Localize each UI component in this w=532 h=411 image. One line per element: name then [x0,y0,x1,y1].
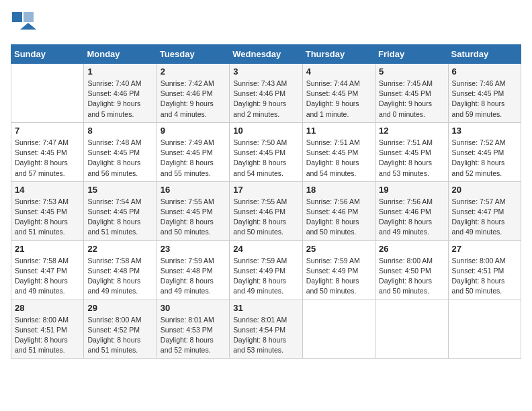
calendar-week-1: 1Sunrise: 7:40 AM Sunset: 4:46 PM Daylig… [11,64,521,123]
cell-info: Sunrise: 7:56 AM Sunset: 4:46 PM Dayligh… [306,197,371,238]
cell-info: Sunrise: 7:58 AM Sunset: 4:48 PM Dayligh… [87,256,152,297]
cell-date: 20 [452,185,517,195]
cell-date: 10 [233,126,298,136]
cell-info: Sunrise: 7:48 AM Sunset: 4:45 PM Dayligh… [87,138,152,179]
calendar-week-2: 7Sunrise: 7:47 AM Sunset: 4:45 PM Daylig… [11,122,521,181]
cell-info: Sunrise: 8:01 AM Sunset: 4:54 PM Dayligh… [233,315,298,356]
cell-info: Sunrise: 7:56 AM Sunset: 4:46 PM Dayligh… [379,197,444,238]
calendar-cell [448,300,521,359]
calendar-week-5: 28Sunrise: 8:00 AM Sunset: 4:51 PM Dayli… [11,300,521,359]
cell-info: Sunrise: 7:45 AM Sunset: 4:45 PM Dayligh… [379,79,444,120]
logo [11,11,36,36]
calendar-cell: 14Sunrise: 7:53 AM Sunset: 4:45 PM Dayli… [11,181,84,240]
weekday-header-saturday: Saturday [448,45,521,64]
svg-rect-0 [12,12,22,22]
cell-info: Sunrise: 8:00 AM Sunset: 4:51 PM Dayligh… [452,256,517,297]
calendar-cell: 20Sunrise: 7:57 AM Sunset: 4:47 PM Dayli… [448,181,521,240]
calendar-cell: 30Sunrise: 8:01 AM Sunset: 4:53 PM Dayli… [157,300,229,359]
cell-info: Sunrise: 7:49 AM Sunset: 4:45 PM Dayligh… [161,138,226,179]
weekday-header-wednesday: Wednesday [230,45,302,64]
calendar-cell: 27Sunrise: 8:00 AM Sunset: 4:51 PM Dayli… [448,240,521,300]
cell-date: 31 [233,303,298,313]
cell-date: 26 [379,244,444,254]
calendar-cell: 11Sunrise: 7:51 AM Sunset: 4:45 PM Dayli… [302,122,375,181]
cell-info: Sunrise: 7:55 AM Sunset: 4:46 PM Dayligh… [233,197,298,238]
svg-rect-1 [24,12,34,22]
logo-icon [11,11,36,36]
cell-date: 23 [161,244,226,254]
weekday-header-friday: Friday [375,45,448,64]
calendar-cell: 18Sunrise: 7:56 AM Sunset: 4:46 PM Dayli… [302,181,375,240]
calendar-cell: 15Sunrise: 7:54 AM Sunset: 4:45 PM Dayli… [84,181,157,240]
cell-date: 19 [379,185,444,195]
calendar-cell: 24Sunrise: 7:59 AM Sunset: 4:49 PM Dayli… [230,240,302,300]
cell-info: Sunrise: 8:00 AM Sunset: 4:51 PM Dayligh… [15,315,80,356]
cell-info: Sunrise: 8:00 AM Sunset: 4:50 PM Dayligh… [379,256,444,297]
weekday-header-row: SundayMondayTuesdayWednesdayThursdayFrid… [11,45,521,64]
cell-info: Sunrise: 7:51 AM Sunset: 4:45 PM Dayligh… [379,138,444,179]
cell-date: 6 [452,66,517,77]
calendar-cell: 22Sunrise: 7:58 AM Sunset: 4:48 PM Dayli… [84,240,157,300]
calendar-cell: 13Sunrise: 7:52 AM Sunset: 4:45 PM Dayli… [448,122,521,181]
cell-info: Sunrise: 7:58 AM Sunset: 4:47 PM Dayligh… [15,256,80,297]
cell-info: Sunrise: 7:54 AM Sunset: 4:45 PM Dayligh… [87,197,152,238]
cell-date: 2 [161,66,226,77]
cell-date: 13 [452,126,517,136]
cell-date: 9 [161,126,226,136]
cell-date: 1 [87,66,152,77]
cell-info: Sunrise: 7:59 AM Sunset: 4:49 PM Dayligh… [233,256,298,297]
cell-info: Sunrise: 7:59 AM Sunset: 4:48 PM Dayligh… [161,256,226,297]
cell-info: Sunrise: 7:42 AM Sunset: 4:46 PM Dayligh… [161,79,226,120]
calendar-cell [11,64,84,123]
calendar-cell: 4Sunrise: 7:44 AM Sunset: 4:45 PM Daylig… [302,64,375,123]
weekday-header-tuesday: Tuesday [157,45,229,64]
cell-date: 24 [233,244,298,254]
calendar-cell: 17Sunrise: 7:55 AM Sunset: 4:46 PM Dayli… [230,181,302,240]
cell-date: 5 [379,66,444,77]
cell-date: 4 [306,66,371,77]
cell-info: Sunrise: 7:50 AM Sunset: 4:45 PM Dayligh… [233,138,298,179]
cell-info: Sunrise: 7:44 AM Sunset: 4:45 PM Dayligh… [306,79,371,120]
cell-date: 21 [15,244,80,254]
calendar-cell: 21Sunrise: 7:58 AM Sunset: 4:47 PM Dayli… [11,240,84,300]
calendar-cell: 9Sunrise: 7:49 AM Sunset: 4:45 PM Daylig… [157,122,229,181]
cell-date: 7 [15,126,80,136]
weekday-header-sunday: Sunday [11,45,84,64]
cell-date: 17 [233,185,298,195]
calendar-cell [302,300,375,359]
svg-marker-2 [20,23,36,30]
calendar-cell: 7Sunrise: 7:47 AM Sunset: 4:45 PM Daylig… [11,122,84,181]
cell-info: Sunrise: 7:55 AM Sunset: 4:45 PM Dayligh… [161,197,226,238]
weekday-header-thursday: Thursday [302,45,375,64]
calendar-cell: 28Sunrise: 8:00 AM Sunset: 4:51 PM Dayli… [11,300,84,359]
cell-info: Sunrise: 7:57 AM Sunset: 4:47 PM Dayligh… [452,197,517,238]
calendar-cell: 19Sunrise: 7:56 AM Sunset: 4:46 PM Dayli… [375,181,448,240]
cell-date: 15 [87,185,152,195]
cell-date: 12 [379,126,444,136]
calendar-cell: 16Sunrise: 7:55 AM Sunset: 4:45 PM Dayli… [157,181,229,240]
calendar-cell [375,300,448,359]
calendar-table: SundayMondayTuesdayWednesdayThursdayFrid… [11,44,521,359]
calendar-cell: 12Sunrise: 7:51 AM Sunset: 4:45 PM Dayli… [375,122,448,181]
cell-info: Sunrise: 7:51 AM Sunset: 4:45 PM Dayligh… [306,138,371,179]
calendar-cell: 2Sunrise: 7:42 AM Sunset: 4:46 PM Daylig… [157,64,229,123]
cell-info: Sunrise: 8:01 AM Sunset: 4:53 PM Dayligh… [161,315,226,356]
cell-info: Sunrise: 7:59 AM Sunset: 4:49 PM Dayligh… [306,256,371,297]
cell-info: Sunrise: 7:46 AM Sunset: 4:45 PM Dayligh… [452,79,517,120]
cell-info: Sunrise: 7:40 AM Sunset: 4:46 PM Dayligh… [87,79,152,120]
calendar-cell: 23Sunrise: 7:59 AM Sunset: 4:48 PM Dayli… [157,240,229,300]
cell-date: 16 [161,185,226,195]
cell-date: 25 [306,244,371,254]
calendar-cell: 3Sunrise: 7:43 AM Sunset: 4:46 PM Daylig… [230,64,302,123]
cell-info: Sunrise: 7:47 AM Sunset: 4:45 PM Dayligh… [15,138,80,179]
cell-date: 22 [87,244,152,254]
cell-date: 27 [452,244,517,254]
cell-date: 30 [161,303,226,313]
calendar-cell: 1Sunrise: 7:40 AM Sunset: 4:46 PM Daylig… [84,64,157,123]
cell-date: 3 [233,66,298,77]
calendar-body: 1Sunrise: 7:40 AM Sunset: 4:46 PM Daylig… [11,64,521,359]
calendar-cell: 31Sunrise: 8:01 AM Sunset: 4:54 PM Dayli… [230,300,302,359]
cell-info: Sunrise: 7:52 AM Sunset: 4:45 PM Dayligh… [452,138,517,179]
weekday-header-monday: Monday [84,45,157,64]
cell-info: Sunrise: 7:43 AM Sunset: 4:46 PM Dayligh… [233,79,298,120]
